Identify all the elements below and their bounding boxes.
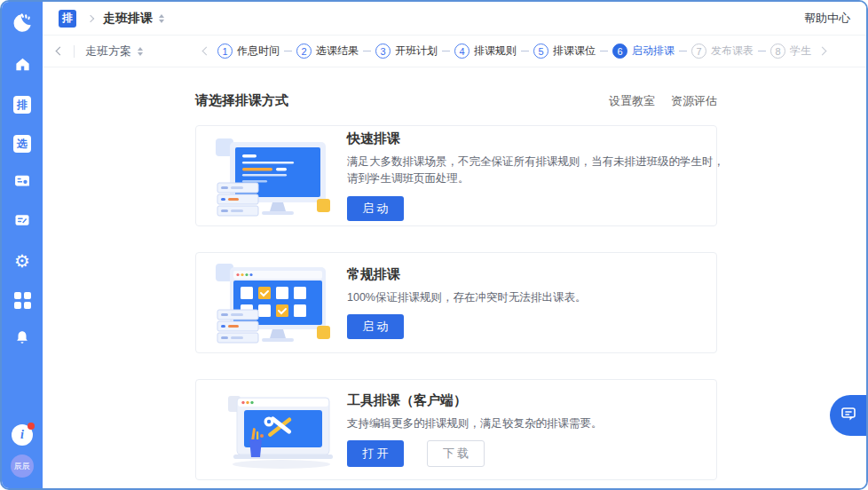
step-number: 7 bbox=[691, 43, 706, 59]
regular-scheduling-illustration bbox=[203, 258, 336, 347]
sidebar-item-apps[interactable] bbox=[12, 289, 33, 311]
plan-switcher-icon[interactable] bbox=[138, 47, 143, 56]
tool-download-button[interactable]: 下 载 bbox=[427, 440, 485, 467]
step-dash bbox=[363, 51, 371, 51]
step-number: 8 bbox=[770, 43, 785, 59]
sidebar: 排 选 bbox=[2, 2, 43, 488]
step-7[interactable]: 7发布课表 bbox=[691, 43, 754, 59]
select-badge-icon: 选 bbox=[13, 135, 31, 153]
step-label: 发布课表 bbox=[711, 43, 754, 59]
tool-scheduling-card: 工具排课（客户端） 支持编辑更多的排课规则，满足较复杂的排课需要。 打 开 下 … bbox=[195, 379, 717, 480]
step-label: 作息时间 bbox=[237, 43, 280, 59]
back-arrow-icon[interactable] bbox=[56, 47, 65, 56]
step-number: 4 bbox=[454, 43, 470, 59]
step-number: 3 bbox=[375, 43, 391, 59]
module-badge[interactable]: 排 bbox=[59, 10, 76, 28]
sidebar-nav: 排 选 bbox=[12, 55, 33, 350]
tool-open-button[interactable]: 打 开 bbox=[347, 440, 404, 467]
notification-dot bbox=[28, 423, 35, 430]
apps-grid-icon bbox=[14, 292, 31, 309]
step-number: 6 bbox=[612, 43, 627, 59]
tool-scheduling-illustration bbox=[203, 385, 336, 474]
title-bar: 排 走班排课 帮助中心 bbox=[43, 2, 866, 36]
step-label: 排课规则 bbox=[474, 43, 517, 59]
step-5[interactable]: 5排课课位 bbox=[533, 43, 596, 59]
sidebar-item-notifications[interactable] bbox=[12, 328, 33, 350]
sidebar-item-home[interactable] bbox=[12, 55, 33, 76]
sidebar-item-schedule[interactable]: 排 bbox=[12, 94, 33, 115]
main-content: 请选择排课方式 设置教室 资源评估 bbox=[43, 67, 866, 488]
page-heading: 请选择排课方式 bbox=[195, 92, 288, 109]
chat-bubble-icon bbox=[840, 405, 857, 426]
step-4[interactable]: 4排课规则 bbox=[454, 43, 517, 59]
stepper: 1作息时间 2选课结果 3开班计划 4排课规则 5排课课位 6启动排课 7发布课… bbox=[198, 43, 831, 59]
app-window: 排 选 bbox=[0, 0, 868, 490]
plan-selector[interactable]: 走班方案 bbox=[85, 43, 131, 59]
card-description: 支持编辑更多的排课规则，满足较复杂的排课需要。 bbox=[347, 415, 730, 432]
step-dash bbox=[442, 51, 450, 51]
step-number: 5 bbox=[533, 43, 548, 59]
help-center-link[interactable]: 帮助中心 bbox=[804, 11, 850, 27]
step-6[interactable]: 6启动排课 bbox=[612, 43, 675, 59]
step-2[interactable]: 2选课结果 bbox=[296, 43, 359, 59]
app-logo[interactable] bbox=[9, 11, 36, 37]
sidebar-item-settings[interactable]: ⚙ bbox=[12, 250, 33, 272]
quick-scheduling-card: 快速排课 满足大多数排课场景，不完全保证所有排课规则，当有未排进班级的学生时，请… bbox=[195, 125, 717, 226]
card-description: 满足大多数排课场景，不完全保证所有排课规则，当有未排进班级的学生时，请到学生调班… bbox=[347, 154, 730, 188]
home-icon bbox=[14, 56, 31, 76]
sidebar-item-select[interactable]: 选 bbox=[12, 133, 33, 154]
bell-icon bbox=[14, 329, 30, 349]
page-title: 走班排课 bbox=[103, 11, 153, 27]
sub-bar: 走班方案 1作息时间 2选课结果 3开班计划 4排课规则 5排课课位 6启动排课… bbox=[43, 36, 866, 67]
gear-icon: ⚙ bbox=[14, 252, 30, 270]
notice-button[interactable]: i bbox=[12, 424, 33, 446]
step-label: 选课结果 bbox=[316, 43, 359, 59]
sidebar-item-records[interactable] bbox=[12, 211, 33, 233]
stepper-next-icon[interactable] bbox=[818, 47, 827, 56]
step-number: 1 bbox=[217, 43, 233, 59]
quick-scheduling-illustration bbox=[203, 131, 336, 220]
quick-start-button[interactable]: 启 动 bbox=[347, 196, 404, 221]
step-3[interactable]: 3开班计划 bbox=[375, 43, 438, 59]
sidebar-bottom: i 辰辰 bbox=[2, 424, 43, 478]
schedule-badge-icon: 排 bbox=[13, 96, 31, 114]
step-1[interactable]: 1作息时间 bbox=[217, 43, 280, 59]
card-title: 快速排课 bbox=[347, 130, 730, 147]
card-description: 100%保证排课规则，存在冲突时无法排出课表。 bbox=[347, 289, 730, 306]
step-dash bbox=[284, 51, 292, 51]
regular-start-button[interactable]: 启 动 bbox=[347, 314, 404, 339]
edit-note-icon bbox=[13, 211, 31, 233]
step-number: 2 bbox=[296, 43, 312, 59]
chat-button[interactable] bbox=[830, 395, 866, 436]
set-classroom-link[interactable]: 设置教室 bbox=[609, 93, 655, 109]
step-label: 启动排课 bbox=[632, 43, 675, 59]
card-title: 工具排课（客户端） bbox=[347, 392, 730, 409]
step-8[interactable]: 8学生 bbox=[770, 43, 811, 59]
sidebar-item-id-search[interactable] bbox=[12, 172, 33, 194]
step-label: 排课课位 bbox=[553, 43, 596, 59]
id-card-search-icon bbox=[13, 172, 31, 194]
divider bbox=[74, 45, 75, 58]
step-label: 开班计划 bbox=[395, 43, 438, 59]
step-dash bbox=[600, 51, 608, 51]
resource-eval-link[interactable]: 资源评估 bbox=[671, 93, 717, 109]
card-title: 常规排课 bbox=[347, 266, 730, 283]
regular-scheduling-card: 常规排课 100%保证排课规则，存在冲突时无法排出课表。 启 动 bbox=[195, 252, 717, 353]
crescent-logo-icon bbox=[11, 11, 34, 37]
step-dash bbox=[521, 51, 529, 51]
step-dash bbox=[679, 51, 687, 51]
breadcrumb-chevron-icon bbox=[87, 14, 94, 21]
info-icon: i bbox=[20, 428, 24, 442]
avatar[interactable]: 辰辰 bbox=[11, 454, 34, 478]
title-switcher-icon[interactable] bbox=[159, 14, 164, 23]
stepper-prev-icon[interactable] bbox=[202, 47, 211, 56]
step-dash bbox=[758, 51, 766, 51]
step-label: 学生 bbox=[790, 43, 811, 59]
